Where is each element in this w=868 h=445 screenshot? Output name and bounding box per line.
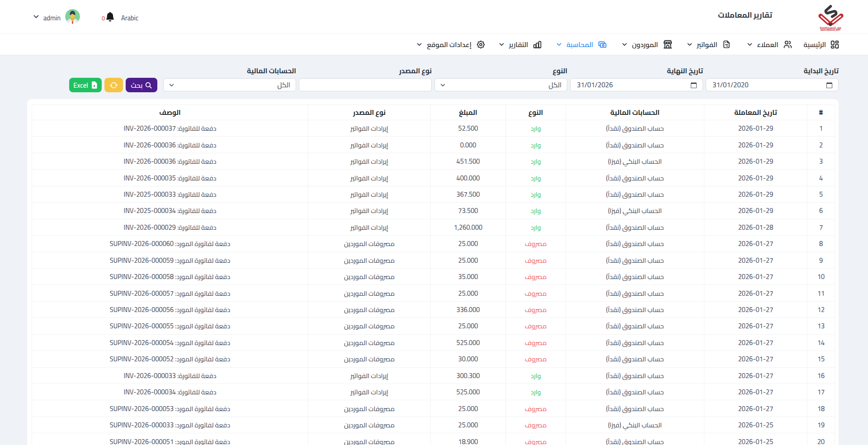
svg-text:MAZOONDESIGN SOFT: MAZOONDESIGN SOFT xyxy=(821,29,840,31)
